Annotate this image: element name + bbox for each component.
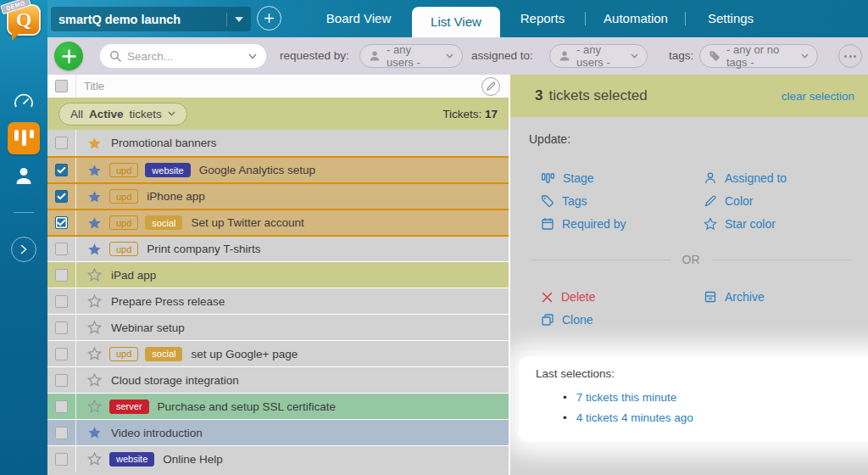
ticket-row[interactable]: iPad app [47,261,509,288]
last-selections-label: Last selections: [536,367,868,380]
checkbox-cell [47,237,76,261]
star-icon[interactable] [87,400,103,413]
tab-separator [685,12,686,25]
star-icon[interactable] [87,243,103,256]
checkbox-cell [47,341,76,366]
project-selector[interactable]: smartQ demo launch [51,7,251,31]
tab-list-view[interactable]: List View [412,7,500,37]
search-input[interactable]: Search... [100,44,266,68]
select-all-checkbox[interactable] [55,80,68,92]
chevron-down-icon [631,53,638,59]
assigned-to-filter[interactable]: - any users - [549,44,648,68]
tab-board-view[interactable]: Board View [310,0,407,37]
requested-by-value: - any users - [387,43,440,69]
ticket-row[interactable]: updPrint company T-shirts [47,235,509,261]
star-icon[interactable] [87,347,103,360]
ticket-row[interactable]: updsocialset up Google+ page [47,340,509,366]
sidebar-item-boards[interactable] [0,122,47,154]
secondary-actions: Delete Archive Clone [541,290,854,327]
chevron-down-icon [446,53,453,59]
ticket-checkbox[interactable] [55,321,68,334]
archive-icon [704,290,717,304]
stage-action[interactable]: Stage [541,171,704,185]
sidebar-expand-button[interactable] [0,237,47,262]
tickets-count: Tickets: 17 [442,108,498,120]
required-by-action[interactable]: Required by [541,217,704,231]
ticket-title: Promotional banners [111,137,217,149]
ticket-checkbox[interactable] [55,374,68,387]
archive-action[interactable]: Archive [704,290,854,304]
edit-columns-button[interactable] [481,77,500,96]
add-ticket-button[interactable] [54,42,83,70]
ticket-row[interactable]: updsocialSet up Twitter account [47,209,509,235]
ticket-checkbox[interactable] [55,453,68,466]
search-placeholder: Search... [127,50,173,63]
star-icon[interactable] [87,373,103,387]
star-icon[interactable] [87,216,103,230]
sidebar-divider [14,212,34,213]
selected-label: tickets selected [548,87,647,104]
ticket-checkbox[interactable] [55,348,68,360]
star-icon[interactable] [87,268,103,282]
star-color-action[interactable]: Star color [704,217,854,231]
ticket-row[interactable]: Video introduction [47,419,509,445]
star-icon[interactable] [87,426,103,439]
ticket-filter-dropdown[interactable]: All Active tickets [58,103,187,126]
ticket-tag: social [145,347,182,361]
gauge-icon [13,92,35,114]
tab-settings[interactable]: Settings [693,0,768,37]
tags-action[interactable]: Tags [541,194,704,208]
star-icon[interactable] [87,164,103,177]
selected-count: 3 [535,87,542,104]
ticket-checkbox[interactable] [55,137,68,149]
ticket-row[interactable]: serverPurchase and setup SSL certificate [47,393,509,419]
ticket-rows: Promotional bannersupdwebsiteGoogle Anal… [47,130,509,472]
filter-tickets-text: tickets [130,108,162,120]
star-icon[interactable] [87,190,103,204]
star-icon[interactable] [87,321,103,334]
color-action[interactable]: Color [704,194,854,208]
ticket-row[interactable]: websiteOnline Help [47,445,509,472]
ticket-title: Print company T-shirts [147,243,260,255]
star-icon[interactable] [87,294,103,308]
ticket-checkbox[interactable] [55,427,68,439]
sidebar-item-dashboard[interactable] [0,92,47,114]
ticket-row[interactable]: updiPhone app [47,182,509,209]
ticket-checkbox[interactable] [55,190,68,203]
delete-action[interactable]: Delete [541,290,704,304]
ticket-row[interactable]: Webinar setup [47,314,509,340]
star-icon[interactable] [87,452,103,466]
ticket-checkbox[interactable] [55,243,68,255]
tab-automation[interactable]: Automation [593,0,678,37]
x-mark-icon [541,291,554,304]
ticket-checkbox[interactable] [55,269,68,282]
app-logo[interactable]: DEMO Q [7,4,42,38]
ticket-tag: upd [109,242,138,256]
more-filters-button[interactable] [838,44,862,68]
ticket-title: Google Analytics setup [199,164,315,176]
last-selection-link-1[interactable]: 7 tickets this minute [576,391,677,404]
clear-selection-link[interactable]: clear selection [782,90,854,103]
tab-reports[interactable]: Reports [510,0,575,37]
ticket-title: Purchase and setup SSL certificate [158,400,336,413]
ticket-checkbox[interactable] [55,164,68,176]
ticket-checkbox[interactable] [55,216,68,229]
add-board-button[interactable] [257,6,281,31]
ticket-row[interactable]: updwebsiteGoogle Analytics setup [47,156,509,182]
ticket-checkbox[interactable] [55,400,68,413]
panel-body: Update: Stage Assigned to [510,117,868,442]
chevron-down-icon[interactable] [248,53,257,59]
requested-by-filter[interactable]: - any users - [359,44,463,68]
ticket-row[interactable]: Promotional banners [47,130,509,156]
ticket-checkbox[interactable] [55,295,68,308]
checkbox-cell [47,394,76,419]
star-icon[interactable] [87,137,103,150]
assigned-to-action[interactable]: Assigned to [704,171,854,185]
tags-filter[interactable]: - any or no tags - [699,44,818,68]
ticket-row[interactable]: Cloud storage integration [47,366,509,393]
last-selection-link-2[interactable]: 4 tickets 4 minutes ago [576,411,693,424]
ticket-row[interactable]: Prepare Press release [47,288,509,314]
ticket-title: Prepare Press release [111,295,225,308]
clone-action[interactable]: Clone [541,313,704,327]
sidebar-item-people[interactable] [0,165,47,186]
